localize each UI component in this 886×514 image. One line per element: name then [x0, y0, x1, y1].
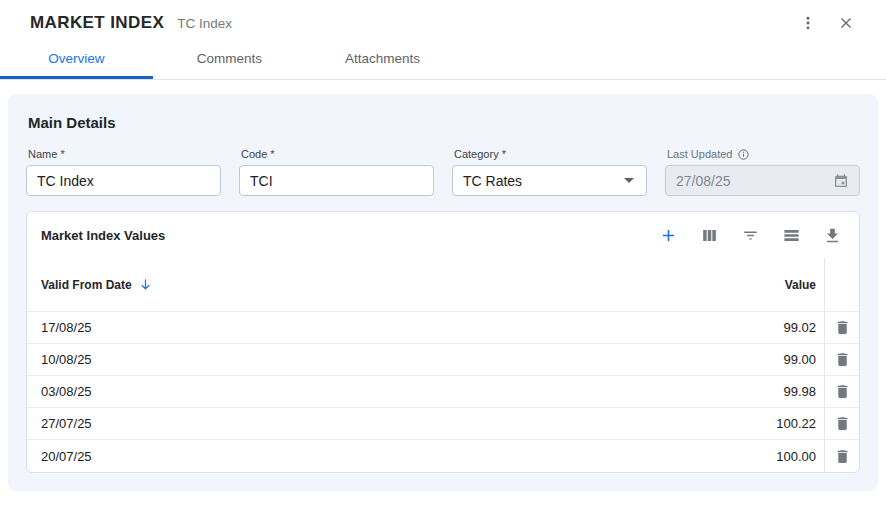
delete-row-icon[interactable]	[834, 448, 851, 465]
table-row[interactable]: 03/08/25 99.98	[27, 375, 859, 407]
add-row-icon[interactable]	[657, 224, 679, 246]
delete-row-icon[interactable]	[834, 415, 851, 432]
category-select[interactable]: TC Rates	[452, 165, 647, 196]
cell-actions	[824, 440, 859, 472]
download-icon[interactable]	[821, 224, 843, 246]
delete-row-icon[interactable]	[834, 383, 851, 400]
close-icon[interactable]	[832, 9, 860, 37]
cell-actions	[824, 312, 859, 343]
code-label: Code *	[241, 147, 434, 161]
calendar-icon	[833, 173, 849, 189]
delete-row-icon[interactable]	[834, 351, 851, 368]
table-header-row: Valid From Date Value	[27, 258, 859, 311]
tab-attachments[interactable]: Attachments	[306, 42, 459, 79]
info-icon[interactable]	[737, 148, 750, 161]
column-header-value[interactable]: Value	[714, 278, 824, 292]
cell-value: 99.02	[714, 320, 824, 335]
column-header-valid-from-date[interactable]: Valid From Date	[27, 277, 714, 292]
cell-value: 99.98	[714, 384, 824, 399]
last-updated-label-text: Last Updated	[667, 148, 732, 160]
market-index-values-panel: Market Index Values	[26, 211, 860, 473]
last-updated-label: Last Updated	[667, 147, 860, 161]
table-title: Market Index Values	[41, 228, 165, 243]
name-label: Name *	[28, 147, 221, 161]
tab-bar: Overview Comments Attachments	[0, 42, 886, 80]
table-row[interactable]: 10/08/25 99.00	[27, 343, 859, 375]
last-updated-input: 27/08/25	[665, 165, 860, 196]
cell-valid-from-date: 10/08/25	[27, 352, 714, 367]
valid-from-date-header-label: Valid From Date	[41, 278, 132, 292]
cell-actions	[824, 408, 859, 439]
cell-value: 100.00	[714, 449, 824, 464]
sort-descending-icon[interactable]	[138, 277, 153, 292]
cell-value: 99.00	[714, 352, 824, 367]
table-body: 17/08/25 99.02 10/08/25 99.00 03/08/25 9…	[27, 311, 859, 472]
cell-valid-from-date: 17/08/25	[27, 320, 714, 335]
kebab-menu-icon[interactable]	[794, 9, 822, 37]
table-toolbar-icons	[657, 224, 845, 246]
title-bar: MARKET INDEX TC Index	[0, 0, 886, 42]
cell-valid-from-date: 03/08/25	[27, 384, 714, 399]
table-row[interactable]: 17/08/25 99.02	[27, 311, 859, 343]
cell-actions	[824, 376, 859, 407]
code-input[interactable]	[239, 165, 434, 196]
form-fields-row: Name * Code * Category * TC Rates Last U…	[26, 147, 860, 196]
category-field-group: Category * TC Rates	[452, 147, 647, 196]
cell-valid-from-date: 20/07/25	[27, 449, 714, 464]
row-density-icon[interactable]	[780, 224, 802, 246]
manage-columns-icon[interactable]	[698, 224, 720, 246]
page-subtitle: TC Index	[177, 15, 232, 31]
cell-actions	[824, 344, 859, 375]
table-row[interactable]: 27/07/25 100.22	[27, 407, 859, 439]
tab-comments[interactable]: Comments	[153, 42, 306, 79]
dropdown-arrow-icon	[624, 178, 634, 183]
name-field-group: Name *	[26, 147, 221, 196]
table-toolbar: Market Index Values	[27, 212, 859, 258]
delete-row-icon[interactable]	[834, 319, 851, 336]
filter-icon[interactable]	[739, 224, 761, 246]
last-updated-value: 27/08/25	[676, 173, 731, 189]
code-field-group: Code *	[239, 147, 434, 196]
cell-value: 100.22	[714, 416, 824, 431]
cell-valid-from-date: 27/07/25	[27, 416, 714, 431]
tab-overview[interactable]: Overview	[0, 42, 153, 79]
name-input[interactable]	[26, 165, 221, 196]
main-details-card: Main Details Name * Code * Category * TC…	[8, 94, 878, 491]
category-label: Category *	[454, 147, 647, 161]
last-updated-field-group: Last Updated 27/08/25	[665, 147, 860, 196]
column-header-actions	[824, 258, 859, 311]
section-title: Main Details	[28, 114, 860, 131]
category-selected-value: TC Rates	[463, 173, 522, 189]
page-title: MARKET INDEX	[30, 13, 164, 33]
table-row[interactable]: 20/07/25 100.00	[27, 439, 859, 472]
